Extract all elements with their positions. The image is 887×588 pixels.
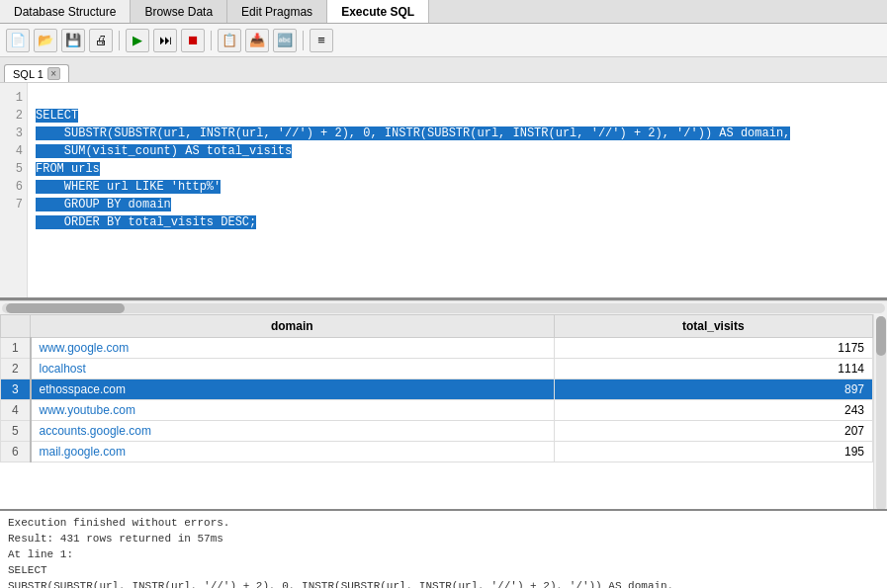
import-button[interactable]: 📥 xyxy=(245,29,269,52)
line-numbers: 1 2 3 4 5 6 7 xyxy=(0,83,28,297)
sql-tab-close-button[interactable]: × xyxy=(47,67,60,80)
row-number: 4 xyxy=(1,400,31,421)
v-scroll-track xyxy=(876,316,886,509)
main-container: 1 2 3 4 5 6 7 SELECT SUBSTR(SUBSTR(url, … xyxy=(0,83,887,588)
table-row[interactable]: 2localhost1114 xyxy=(1,359,873,379)
row-number: 3 xyxy=(1,379,31,400)
domain-cell: www.youtube.com xyxy=(31,400,555,421)
table-row[interactable]: 1www.google.com1175 xyxy=(1,338,873,359)
status-line-2: Result: 431 rows returned in 57ms xyxy=(8,531,879,546)
v-scroll-thumb[interactable] xyxy=(876,316,886,356)
tab-edit-pragmas[interactable]: Edit Pragmas xyxy=(227,0,327,23)
row-number: 2 xyxy=(1,359,31,379)
total-visits-cell: 897 xyxy=(554,379,872,400)
nav-tabs: Database Structure Browse Data Edit Prag… xyxy=(0,0,887,24)
h-scroll-thumb[interactable] xyxy=(6,303,125,313)
print-button[interactable]: 🖨 xyxy=(89,29,113,52)
row-number: 1 xyxy=(1,338,31,359)
toolbar: 📄 📂 💾 🖨 ▶ ⏭ ⏹ 📋 📥 🔤 ≡ xyxy=(0,24,887,57)
col-header-total-visits[interactable]: total_visits xyxy=(554,315,872,338)
domain-cell: mail.google.com xyxy=(31,442,555,462)
save-button[interactable]: 💾 xyxy=(61,29,85,52)
find-button[interactable]: 🔤 xyxy=(273,29,297,52)
new-button[interactable]: 📄 xyxy=(6,29,30,52)
sql-editor: 1 2 3 4 5 6 7 SELECT SUBSTR(SUBSTR(url, … xyxy=(0,83,887,300)
results-wrapper: domain total_visits 1www.google.com11752… xyxy=(0,314,887,509)
code-area[interactable]: SELECT SUBSTR(SUBSTR(url, INSTR(url, '//… xyxy=(28,83,887,297)
sql-tab-bar: SQL 1 × xyxy=(0,57,887,83)
export-button[interactable]: 📋 xyxy=(218,29,241,52)
status-bar: Execution finished without errors. Resul… xyxy=(0,509,887,588)
status-line-5: SUBSTR(SUBSTR(url, INSTR(url, '//') + 2)… xyxy=(8,578,879,588)
tab-database-structure[interactable]: Database Structure xyxy=(0,0,131,23)
open-button[interactable]: 📂 xyxy=(34,29,57,52)
total-visits-cell: 1175 xyxy=(554,338,872,359)
table-row[interactable]: 4www.youtube.com243 xyxy=(1,400,873,421)
domain-cell: ethosspace.com xyxy=(31,379,555,400)
total-visits-cell: 195 xyxy=(554,442,872,462)
separator-1 xyxy=(119,31,120,50)
total-visits-cell: 207 xyxy=(554,421,872,442)
domain-cell: localhost xyxy=(31,359,555,379)
total-visits-cell: 243 xyxy=(554,400,872,421)
col-header-domain[interactable]: domain xyxy=(31,315,555,338)
status-line-1: Execution finished without errors. xyxy=(8,515,879,531)
status-line-3: At line 1: xyxy=(8,546,879,562)
step-button[interactable]: ⏭ xyxy=(153,29,177,52)
table-row[interactable]: 3ethosspace.com897 xyxy=(1,379,873,400)
domain-cell: www.google.com xyxy=(31,338,555,359)
col-header-rownum xyxy=(1,315,31,338)
tab-browse-data[interactable]: Browse Data xyxy=(131,0,227,23)
vertical-scrollbar[interactable] xyxy=(873,314,887,509)
status-line-4: SELECT xyxy=(8,562,879,578)
sql-tab-1[interactable]: SQL 1 × xyxy=(4,64,69,82)
results-container[interactable]: domain total_visits 1www.google.com11752… xyxy=(0,314,873,509)
wrap-button[interactable]: ≡ xyxy=(310,29,333,52)
row-number: 6 xyxy=(1,442,31,462)
table-row[interactable]: 5accounts.google.com207 xyxy=(1,421,873,442)
separator-3 xyxy=(303,31,304,50)
stop-button[interactable]: ⏹ xyxy=(181,29,205,52)
separator-2 xyxy=(211,31,212,50)
domain-cell: accounts.google.com xyxy=(31,421,555,442)
horizontal-scrollbar[interactable] xyxy=(0,300,887,314)
row-number: 5 xyxy=(1,421,31,442)
run-button[interactable]: ▶ xyxy=(126,29,149,52)
h-scroll-track xyxy=(2,303,885,313)
total-visits-cell: 1114 xyxy=(554,359,872,379)
table-row[interactable]: 6mail.google.com195 xyxy=(1,442,873,462)
results-table: domain total_visits 1www.google.com11752… xyxy=(0,314,873,462)
tab-execute-sql[interactable]: Execute SQL xyxy=(327,0,429,23)
